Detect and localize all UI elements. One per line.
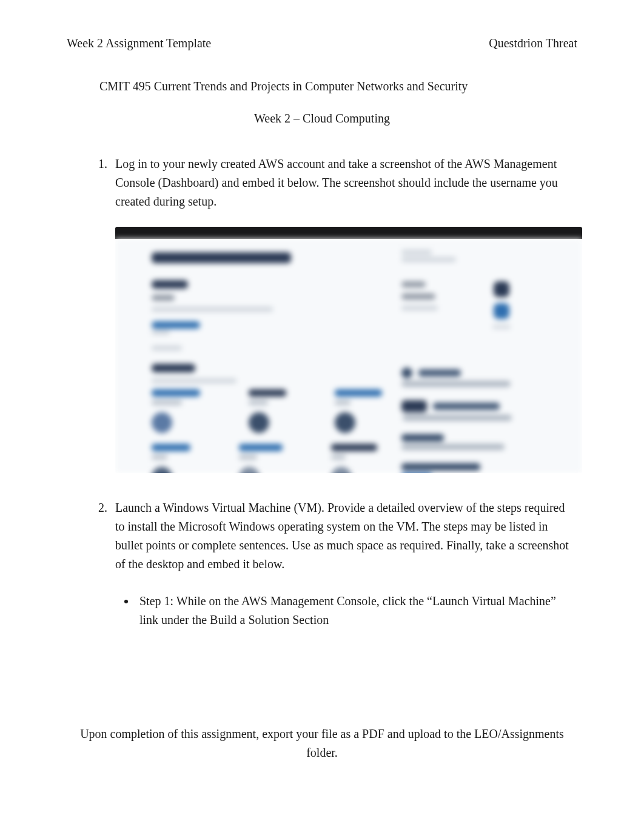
screenshot-body-blurred xyxy=(115,239,582,473)
footer-instruction: Upon completion of this assignment, expo… xyxy=(0,725,644,762)
header-right: Questdrion Threat xyxy=(489,36,577,50)
question-2-steps: Step 1: While on the AWS Management Cons… xyxy=(136,592,577,629)
question-2-text: Launch a Windows Virtual Machine (VM). P… xyxy=(115,498,577,574)
question-list: Log in to your newly created AWS account… xyxy=(67,155,577,629)
embedded-screenshot xyxy=(115,227,582,473)
screenshot-topbar xyxy=(115,227,582,239)
question-2: Launch a Windows Virtual Machine (VM). P… xyxy=(110,498,577,629)
page-header: Week 2 Assignment Template Questdrion Th… xyxy=(67,36,577,50)
assignment-subtitle: Week 2 – Cloud Computing xyxy=(67,112,577,126)
question-1-text: Log in to your newly created AWS account… xyxy=(115,155,577,211)
document-page: Week 2 Assignment Template Questdrion Th… xyxy=(0,0,644,835)
header-left: Week 2 Assignment Template xyxy=(67,36,211,50)
course-title: CMIT 495 Current Trends and Projects in … xyxy=(99,79,577,93)
question-1: Log in to your newly created AWS account… xyxy=(110,155,577,473)
step-item: Step 1: While on the AWS Management Cons… xyxy=(136,592,577,629)
